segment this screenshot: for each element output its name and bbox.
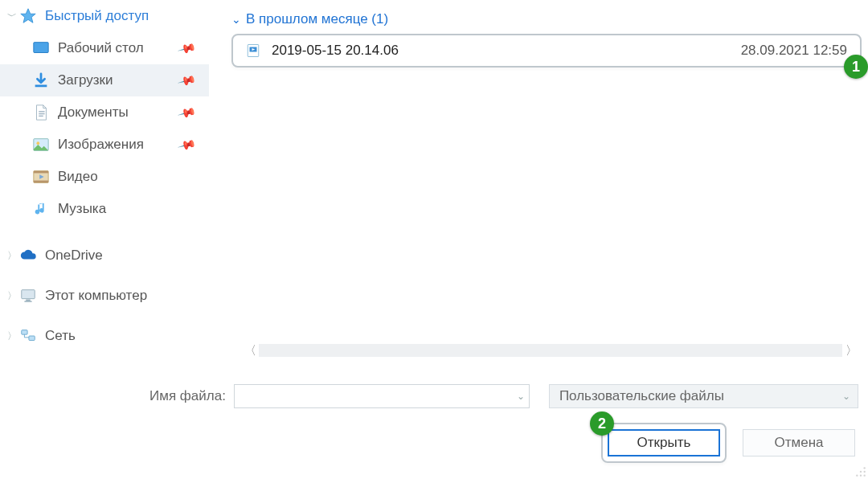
tree-item-network[interactable]: 〉 Сеть — [0, 320, 209, 352]
pin-icon: 📌 — [177, 134, 197, 154]
sidebar-item-desktop[interactable]: Рабочий стол 📌 — [0, 32, 209, 64]
tree-item-this-pc[interactable]: 〉 Этот компьютер — [0, 280, 209, 312]
sidebar-item-label: Загрузки — [58, 72, 113, 88]
sidebar-item-music[interactable]: Музыка — [0, 193, 209, 225]
svg-point-23 — [864, 471, 866, 473]
cancel-button[interactable]: Отмена — [743, 429, 855, 456]
onedrive-icon — [19, 247, 37, 264]
sidebar-item-label: Этот компьютер — [45, 288, 147, 304]
group-header[interactable]: ⌄ В прошлом месяце (1) — [225, 0, 868, 32]
svg-rect-1 — [34, 43, 48, 53]
chevron-right-icon: 〉 — [5, 330, 19, 343]
quick-access-label: Быстрый доступ — [45, 8, 149, 24]
svg-rect-13 — [22, 290, 35, 299]
svg-rect-4 — [39, 111, 44, 112]
sidebar-item-pictures[interactable]: Изображения 📌 — [0, 129, 209, 161]
svg-rect-16 — [22, 330, 27, 335]
sidebar-item-documents[interactable]: Документы 📌 — [0, 96, 209, 129]
svg-rect-11 — [34, 181, 48, 183]
open-button-callout-wrap: 2 Открыть — [601, 423, 727, 463]
svg-point-21 — [864, 467, 866, 469]
resize-grip-icon[interactable] — [855, 466, 866, 477]
sidebar-item-label: Рабочий стол — [58, 40, 144, 56]
sidebar-item-label: Сеть — [45, 328, 76, 344]
pin-icon: 📌 — [177, 70, 197, 90]
tree-item-quick-access[interactable]: ﹀ Быстрый доступ — [0, 0, 209, 32]
sidebar-item-downloads[interactable]: Загрузки 📌 — [0, 64, 209, 96]
group-header-label: В прошлом месяце (1) — [246, 11, 388, 27]
sidebar-item-label: Музыка — [58, 201, 106, 217]
file-type-icon — [246, 43, 260, 58]
svg-rect-14 — [26, 300, 31, 301]
filename-combo[interactable]: ⌄ — [234, 384, 530, 408]
svg-rect-10 — [34, 171, 48, 174]
scroll-right-icon[interactable]: 〉 — [842, 342, 860, 359]
chevron-right-icon: 〉 — [5, 289, 19, 303]
dialog-buttons: 2 Открыть Отмена — [601, 423, 855, 463]
chevron-down-icon: ﹀ — [5, 10, 19, 23]
sidebar-item-label: Видео — [58, 169, 98, 185]
scroll-left-icon[interactable]: 〈 — [241, 342, 259, 359]
sidebar-item-label: Изображения — [58, 137, 144, 153]
file-date: 28.09.2021 12:59 — [741, 43, 847, 59]
music-icon — [32, 200, 50, 218]
file-name: 2019-05-15 20.14.06 — [272, 43, 399, 59]
sidebar-item-label: OneDrive — [45, 248, 103, 264]
star-icon — [19, 7, 37, 25]
callout-badge-2: 2 — [590, 411, 614, 436]
filetype-combo[interactable]: Пользовательские файлы ⌄ — [549, 384, 858, 408]
svg-marker-0 — [21, 9, 35, 23]
videos-icon — [32, 168, 50, 186]
svg-point-24 — [856, 475, 858, 477]
pin-icon: 📌 — [177, 38, 197, 58]
network-icon — [19, 327, 37, 345]
filetype-selected: Пользовательские файлы — [549, 384, 858, 408]
documents-icon — [32, 104, 50, 121]
chevron-down-icon: ⌄ — [231, 13, 241, 26]
this-pc-icon — [19, 287, 37, 305]
chevron-right-icon: 〉 — [5, 249, 19, 263]
svg-rect-17 — [29, 336, 35, 341]
svg-point-25 — [860, 475, 862, 477]
desktop-icon — [32, 39, 50, 57]
footer: Имя файла: ⌄ Пользовательские файлы ⌄ 2 … — [0, 376, 868, 479]
horizontal-scrollbar[interactable]: 〈 〉 — [241, 342, 860, 359]
sidebar-item-label: Документы — [58, 104, 129, 121]
svg-point-22 — [860, 471, 862, 473]
file-list-area: ⌄ В прошлом месяце (1) 2019-05-15 20.14.… — [225, 0, 868, 338]
svg-point-26 — [864, 475, 866, 477]
svg-rect-3 — [35, 85, 47, 88]
filename-label: Имя файла: — [149, 388, 226, 404]
callout-badge-1: 1 — [844, 55, 868, 79]
open-button[interactable]: Открыть — [608, 429, 720, 456]
filename-row: Имя файла: ⌄ Пользовательские файлы ⌄ — [149, 383, 858, 410]
downloads-icon — [32, 72, 50, 89]
filename-input[interactable] — [234, 384, 530, 408]
pictures-icon — [32, 136, 50, 154]
file-row-callout-wrap: 2019-05-15 20.14.06 28.09.2021 12:59 1 — [231, 34, 862, 68]
file-row[interactable]: 2019-05-15 20.14.06 28.09.2021 12:59 — [231, 34, 862, 68]
svg-rect-6 — [39, 116, 43, 117]
pin-icon: 📌 — [177, 102, 197, 122]
tree-item-onedrive[interactable]: 〉 OneDrive — [0, 240, 209, 272]
svg-rect-15 — [24, 301, 31, 301]
scroll-track[interactable] — [259, 344, 842, 357]
sidebar-item-videos[interactable]: Видео — [0, 161, 209, 193]
svg-point-8 — [37, 141, 40, 145]
svg-rect-5 — [39, 113, 44, 114]
